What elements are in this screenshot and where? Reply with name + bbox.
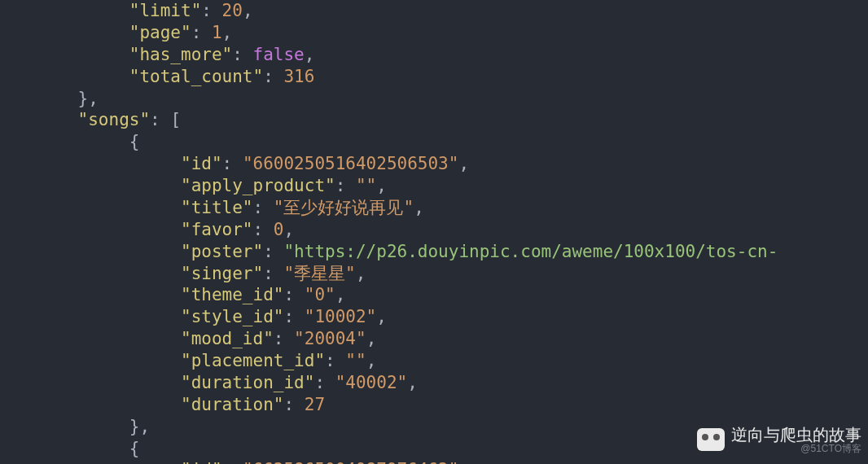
json-string: "20004" (294, 329, 366, 348)
json-string: "10002" (305, 307, 377, 326)
json-key: "songs" (78, 110, 151, 129)
json-string: "0" (305, 285, 335, 304)
json-key: "has_more" (129, 45, 232, 64)
json-string: "季星星" (283, 264, 355, 283)
json-number: 316 (283, 67, 314, 86)
json-key: "duration" (181, 395, 283, 414)
json-key: "apply_product" (181, 176, 335, 195)
watermark-title: 逆向与爬虫的故事 (731, 426, 861, 444)
json-string: "40002" (335, 373, 408, 392)
json-key: "poster" (181, 242, 263, 261)
json-key: "page" (129, 23, 191, 42)
json-string: "6625865004987976462" (243, 460, 459, 464)
json-key: "title" (181, 198, 253, 217)
json-key: "duration_id" (181, 373, 314, 392)
json-key: "placement_id" (181, 351, 325, 370)
json-code-block: "limit": 20, "page": 1, "has_more": fals… (0, 0, 868, 464)
json-key: "theme_id" (181, 285, 283, 304)
watermark: 逆向与爬虫的故事 @51CTO博客 (697, 426, 861, 454)
json-key: "favor" (181, 220, 253, 239)
json-number: 0 (274, 220, 284, 239)
json-key: "total_count" (129, 67, 263, 86)
wechat-icon (697, 428, 725, 451)
json-string: "6600250516402506503" (243, 154, 459, 173)
json-string: "https://p26.douyinpic.com/aweme/100x100… (283, 242, 778, 261)
json-key: "limit" (129, 1, 202, 20)
json-key: "mood_id" (181, 329, 274, 348)
json-string: "至少好好说再见" (274, 198, 414, 217)
json-bool: false (253, 45, 305, 64)
json-key: "singer" (181, 264, 263, 283)
json-key: "id" (181, 154, 222, 173)
json-number: 1 (212, 23, 222, 42)
json-key: "style_id" (181, 307, 283, 326)
watermark-subtitle: @51CTO博客 (800, 444, 861, 454)
json-number: 27 (305, 395, 325, 414)
json-string: "" (356, 176, 376, 195)
json-key: "id" (181, 460, 222, 464)
json-number: 20 (222, 1, 243, 20)
json-string: "" (345, 351, 366, 370)
